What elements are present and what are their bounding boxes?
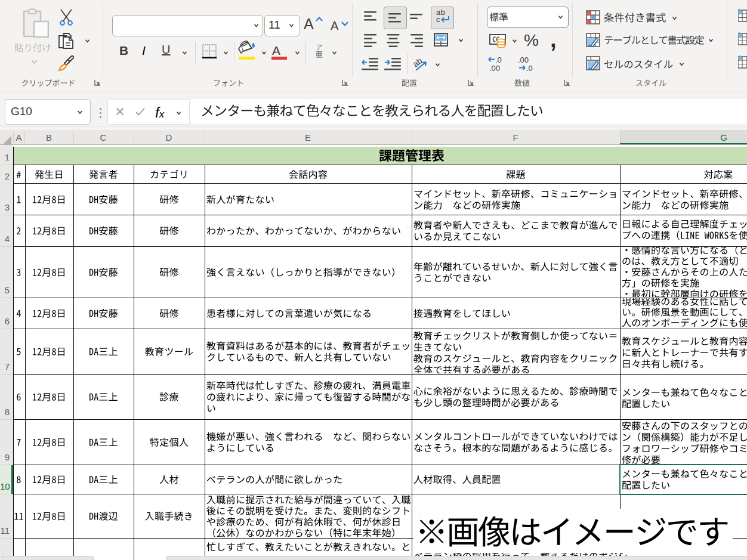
svg-text:.00: .00 — [489, 64, 500, 72]
svg-text:.0: .0 — [526, 64, 533, 72]
svg-text:.0: .0 — [495, 56, 502, 64]
svg-text:.00: .00 — [518, 56, 529, 64]
